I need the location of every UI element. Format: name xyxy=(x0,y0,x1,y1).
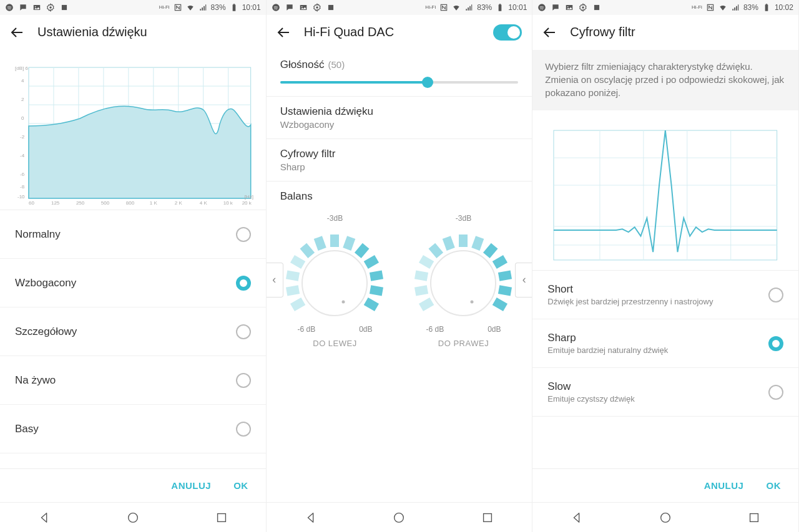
balance-left-dial[interactable] xyxy=(278,224,391,336)
hifi-indicator: Hi-Fi xyxy=(425,5,436,10)
svg-point-87 xyxy=(567,6,569,7)
filter-short[interactable]: Short Dźwięk jest bardziej przestrzenny … xyxy=(532,271,798,319)
svg-text:500: 500 xyxy=(101,200,110,206)
back-icon[interactable] xyxy=(542,25,557,40)
nav-home-icon[interactable] xyxy=(659,511,672,525)
svg-text:2: 2 xyxy=(21,97,24,102)
gear-icon xyxy=(579,3,587,12)
svg-point-66 xyxy=(302,251,367,316)
svg-point-47 xyxy=(301,6,302,7)
ok-button[interactable]: OK xyxy=(766,480,781,491)
svg-line-76 xyxy=(487,246,495,255)
svg-rect-6 xyxy=(232,4,235,11)
svg-text:4: 4 xyxy=(21,78,24,84)
preset-szczegolowy[interactable]: Szczegółowy xyxy=(0,307,266,356)
svg-point-2 xyxy=(35,6,36,7)
header: Ustawienia dźwięku xyxy=(0,15,266,50)
nav-recent-icon[interactable] xyxy=(481,511,494,525)
nav-back-icon[interactable] xyxy=(37,511,51,525)
svg-text:800: 800 xyxy=(126,200,135,206)
wifi-icon xyxy=(452,3,461,12)
radio-icon xyxy=(768,336,783,351)
status-bar: Hi-Fi 83% 10:02 xyxy=(532,0,798,15)
volume-slider[interactable] xyxy=(280,81,519,84)
hifi-toggle[interactable] xyxy=(493,24,522,41)
svg-rect-91 xyxy=(765,4,768,11)
svg-point-88 xyxy=(582,6,585,9)
hifi-indicator: Hi-Fi xyxy=(159,5,170,10)
radio-icon xyxy=(236,276,251,291)
balance-right-dial[interactable] xyxy=(407,224,519,336)
ok-button[interactable]: OK xyxy=(233,480,248,491)
svg-line-70 xyxy=(416,274,428,276)
svg-point-83 xyxy=(395,513,404,522)
nav-back-icon[interactable] xyxy=(570,511,584,525)
preset-basy[interactable]: Basy xyxy=(0,405,266,453)
svg-text:0: 0 xyxy=(21,115,24,121)
svg-line-77 xyxy=(495,259,506,265)
volume-value: (50) xyxy=(328,59,345,70)
filter-list: Short Dźwięk jest bardziej przestrzenny … xyxy=(532,270,798,417)
nav-recent-icon[interactable] xyxy=(215,511,228,525)
spotify-icon xyxy=(5,3,14,12)
filter-slow[interactable]: Slow Emituje czystszy dźwięk xyxy=(532,368,798,417)
nav-recent-icon[interactable] xyxy=(747,511,761,525)
svg-rect-84 xyxy=(484,513,492,521)
radio-icon xyxy=(236,422,251,437)
svg-text:-2: -2 xyxy=(20,134,25,140)
svg-text:[dB] 6: [dB] 6 xyxy=(15,65,28,71)
svg-line-53 xyxy=(293,301,303,307)
row-digital-filter[interactable]: Cyfrowy filtr Sharp xyxy=(267,139,532,181)
dialog-footer: ANULUJ OK xyxy=(0,468,266,502)
stop-icon xyxy=(60,3,69,12)
back-icon[interactable] xyxy=(10,25,25,40)
svg-text:[Hz]: [Hz] xyxy=(245,194,253,200)
svg-text:-10: -10 xyxy=(17,194,25,200)
info-text: Wybierz filtr zmieniający charakterystyk… xyxy=(532,50,798,110)
svg-line-64 xyxy=(371,289,383,291)
svg-text:-4: -4 xyxy=(20,153,25,158)
chat-icon xyxy=(19,3,27,12)
svg-rect-92 xyxy=(766,4,767,4)
svg-line-56 xyxy=(293,259,303,265)
back-icon[interactable] xyxy=(277,25,292,40)
spotify-icon xyxy=(272,3,280,12)
svg-text:20 k: 20 k xyxy=(242,200,252,206)
hifi-indicator: Hi-Fi xyxy=(692,5,702,10)
svg-point-82 xyxy=(471,301,474,304)
nav-back-icon[interactable] xyxy=(304,511,318,525)
nav-home-icon[interactable] xyxy=(392,511,406,525)
svg-line-75 xyxy=(476,238,480,249)
svg-line-69 xyxy=(416,289,428,291)
row-sound-settings[interactable]: Ustawienia dźwięku Wzbogacony xyxy=(267,97,532,138)
stop-icon xyxy=(326,3,335,12)
nfc-icon xyxy=(706,3,715,12)
image-icon xyxy=(299,3,308,12)
signal-icon xyxy=(199,3,207,12)
svg-line-60 xyxy=(347,238,351,249)
signal-icon xyxy=(464,3,473,12)
header: Hi-Fi Quad DAC xyxy=(267,15,532,50)
nav-bar xyxy=(0,502,266,532)
svg-point-3 xyxy=(49,6,52,9)
sound-preset-list: Normalny Wzbogacony Szczegółowy Na żywo … xyxy=(0,210,266,453)
svg-rect-44 xyxy=(217,513,225,521)
svg-point-81 xyxy=(431,251,496,316)
cancel-button[interactable]: ANULUJ xyxy=(171,480,211,491)
svg-point-102 xyxy=(661,513,670,522)
preset-normalny[interactable]: Normalny xyxy=(0,210,266,259)
cancel-button[interactable]: ANULUJ xyxy=(704,480,744,491)
filter-sharp[interactable]: Sharp Emituje bardziej naturalny dźwięk xyxy=(532,319,798,368)
svg-line-68 xyxy=(421,301,432,307)
wifi-icon xyxy=(186,3,195,12)
svg-line-63 xyxy=(371,274,383,276)
preset-wzbogacony[interactable]: Wzbogacony xyxy=(0,259,266,307)
stop-icon xyxy=(592,3,601,12)
svg-line-62 xyxy=(366,259,377,265)
svg-line-55 xyxy=(287,274,300,276)
page-title: Ustawienia dźwięku xyxy=(37,25,147,39)
nav-home-icon[interactable] xyxy=(126,511,140,525)
svg-line-79 xyxy=(499,289,512,291)
battery-icon xyxy=(762,3,771,12)
preset-na-zywo[interactable]: Na żywo xyxy=(0,356,266,405)
